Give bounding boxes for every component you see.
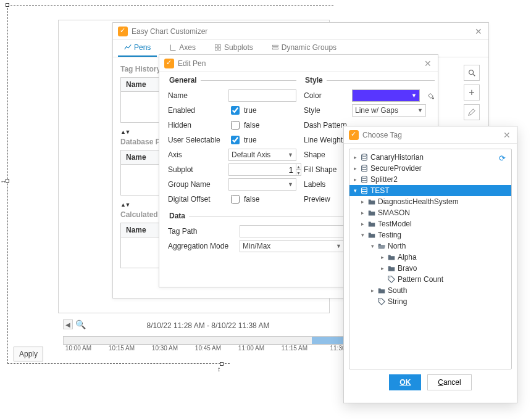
hidden-checkbox[interactable] bbox=[231, 121, 240, 130]
svg-line-7 bbox=[473, 74, 475, 76]
svg-rect-1 bbox=[219, 45, 221, 47]
tree-node-label: North bbox=[388, 242, 406, 250]
tree-node[interactable]: ▸Bravo bbox=[349, 263, 511, 274]
tree-node[interactable]: ▾North bbox=[349, 241, 511, 252]
tree-twisty-icon[interactable]: ▾ bbox=[359, 232, 366, 238]
tree-node[interactable]: ▾TEST bbox=[349, 185, 511, 196]
tree-twisty-icon[interactable]: ▸ bbox=[379, 254, 385, 260]
subplot-spinner[interactable]: ▲▼ bbox=[228, 163, 296, 176]
enabled-checkbox[interactable] bbox=[231, 106, 240, 115]
svg-point-11 bbox=[362, 176, 367, 179]
folder-icon bbox=[387, 253, 396, 261]
tree-twisty-icon[interactable]: ▸ bbox=[359, 199, 366, 205]
tree-node[interactable]: ▸CanaryHistorian bbox=[349, 152, 511, 163]
apply-button[interactable]: Apply bbox=[14, 347, 43, 361]
svg-point-10 bbox=[362, 165, 367, 168]
name-input[interactable] bbox=[228, 89, 296, 102]
tree-node[interactable]: ▸SecureProvider bbox=[349, 163, 511, 174]
agg-mode-select[interactable]: Min/Max▼ bbox=[240, 240, 345, 252]
edit-button[interactable] bbox=[464, 104, 480, 120]
spin-down[interactable]: ▼ bbox=[296, 170, 301, 176]
svg-point-13 bbox=[390, 278, 391, 279]
tree-node-label: Splitter2 bbox=[370, 175, 398, 184]
fieldset-style-label: Style bbox=[304, 76, 327, 84]
chevron-down-icon: ▼ bbox=[411, 93, 417, 99]
tag-tree[interactable]: ▸CanaryHistorian▸SecureProvider▸Splitter… bbox=[349, 149, 512, 369]
db-icon bbox=[359, 175, 369, 184]
db-icon bbox=[359, 153, 369, 162]
line-weight-label: Line Weight bbox=[304, 136, 348, 144]
tree-twisty-icon[interactable]: ▸ bbox=[359, 221, 366, 227]
tree-node[interactable]: ▸TestModel bbox=[349, 218, 511, 229]
tree-node[interactable]: ▸South bbox=[349, 285, 511, 296]
user-selectable-checkbox[interactable] bbox=[231, 136, 240, 144]
svg-point-9 bbox=[362, 154, 367, 157]
folder-icon bbox=[387, 264, 396, 273]
tree-node-label: Testing bbox=[378, 231, 401, 239]
fieldset-data-label: Data bbox=[168, 212, 189, 220]
tree-twisty-icon[interactable]: ▸ bbox=[352, 165, 358, 171]
svg-rect-3 bbox=[219, 48, 221, 51]
tree-node-label: SecureProvider bbox=[370, 164, 422, 173]
style-label: Style bbox=[304, 106, 348, 115]
tree-node[interactable]: String bbox=[349, 296, 511, 307]
folder-icon bbox=[367, 208, 377, 217]
chevron-down-icon: ▼ bbox=[288, 181, 293, 187]
tree-node-label: String bbox=[388, 297, 407, 306]
tree-node[interactable]: ▸SMASON bbox=[349, 207, 511, 218]
folder-icon bbox=[377, 286, 387, 295]
spin-up[interactable]: ▲ bbox=[296, 163, 301, 170]
chevron-down-icon: ▼ bbox=[288, 152, 293, 158]
fieldset-general-label: General bbox=[168, 76, 201, 84]
timeline: ◀ 🔍 8/10/22 11:28 AM - 8/10/22 11:38 AM … bbox=[63, 318, 353, 361]
tree-node[interactable]: ▾Testing bbox=[349, 229, 511, 241]
tag-path-label: Tag Path bbox=[168, 227, 236, 236]
color-picker[interactable]: ▼ bbox=[352, 89, 420, 102]
svg-rect-2 bbox=[215, 48, 218, 51]
chevron-down-icon: ▼ bbox=[417, 107, 423, 113]
tree-twisty-icon[interactable]: ▸ bbox=[379, 265, 385, 271]
paint-bucket-icon[interactable] bbox=[426, 91, 435, 100]
tree-node-label: TestModel bbox=[378, 220, 412, 228]
db-icon bbox=[359, 164, 369, 173]
tree-node[interactable]: ▸Splitter2 bbox=[349, 174, 511, 185]
tree-node-label: TEST bbox=[370, 186, 390, 195]
tree-twisty-icon[interactable]: ▾ bbox=[369, 243, 375, 249]
enabled-label: Enabled bbox=[168, 106, 225, 115]
ok-button[interactable]: OK bbox=[389, 374, 421, 390]
tree-node-label: SMASON bbox=[378, 208, 410, 217]
digital-offset-checkbox[interactable] bbox=[231, 195, 240, 204]
search-button[interactable] bbox=[464, 65, 480, 81]
group-name-select[interactable]: ▼ bbox=[228, 178, 296, 191]
fill-shape-label: Fill Shape bbox=[304, 165, 348, 174]
tree-twisty-icon[interactable]: ▸ bbox=[359, 210, 366, 216]
tab-pens[interactable]: Pens bbox=[118, 39, 157, 57]
style-select[interactable]: Line w/ Gaps▼ bbox=[352, 104, 426, 117]
subplot-input[interactable] bbox=[228, 163, 296, 176]
axis-select[interactable]: Default Axis▼ bbox=[228, 149, 296, 161]
tree-node[interactable]: ▸DiagnosticHealthSystem bbox=[349, 196, 511, 207]
close-icon[interactable]: ✕ bbox=[423, 59, 433, 68]
tree-node[interactable]: ▸Alpha bbox=[349, 252, 511, 263]
svg-point-12 bbox=[362, 187, 367, 190]
tree-node[interactable]: Pattern Count bbox=[349, 274, 511, 285]
preview-label: Preview bbox=[304, 195, 348, 204]
tree-twisty-icon[interactable]: ▸ bbox=[352, 176, 358, 183]
chevron-down-icon: ▼ bbox=[336, 243, 341, 249]
timeline-range-label: 8/10/22 11:28 AM - 8/10/22 11:38 AM bbox=[63, 321, 353, 330]
folder-icon bbox=[367, 197, 377, 206]
timeline-ruler[interactable] bbox=[63, 336, 353, 345]
dialog-title: Edit Pen bbox=[178, 59, 419, 68]
tree-twisty-icon[interactable]: ▸ bbox=[369, 287, 375, 294]
folder-icon bbox=[367, 231, 377, 239]
cancel-button[interactable]: Cancel bbox=[427, 374, 471, 390]
close-icon[interactable]: ✕ bbox=[474, 27, 483, 36]
choose-tag-dialog: Choose Tag ✕ ⟳ ▸CanaryHistorian▸SecurePr… bbox=[343, 126, 517, 403]
hidden-label: Hidden bbox=[168, 121, 225, 130]
tree-twisty-icon[interactable]: ▾ bbox=[352, 187, 358, 194]
tree-node-label: South bbox=[388, 286, 407, 295]
svg-point-8 bbox=[432, 97, 434, 99]
tree-twisty-icon[interactable]: ▸ bbox=[352, 154, 358, 160]
add-button[interactable]: + bbox=[464, 84, 480, 101]
close-icon[interactable]: ✕ bbox=[502, 130, 512, 140]
